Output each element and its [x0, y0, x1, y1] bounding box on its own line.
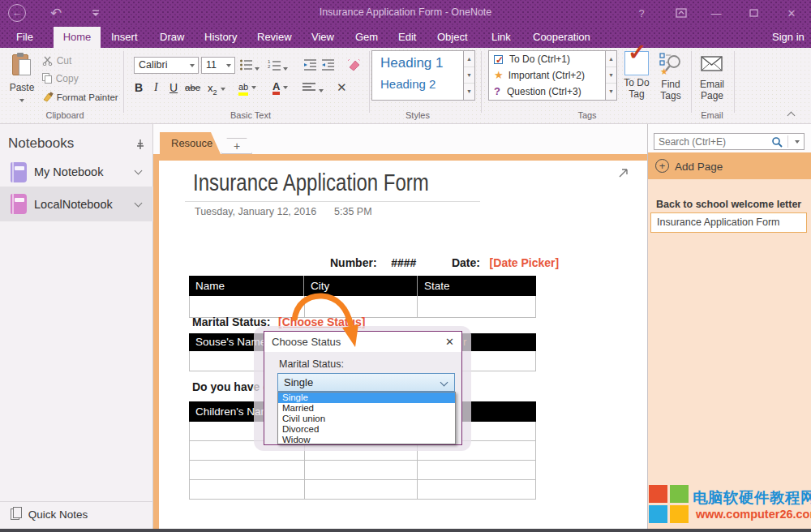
eraser-button[interactable] [347, 58, 362, 75]
email-page-button[interactable]: EmailPage [694, 49, 730, 101]
section-tab-resouce[interactable]: Resouce [160, 132, 221, 154]
menu-edit[interactable]: Edit [398, 26, 416, 48]
watermark-logo-green [670, 485, 689, 503]
expand-page-icon[interactable] [617, 167, 629, 179]
menu-file[interactable]: File [16, 26, 33, 48]
table-cell[interactable] [418, 461, 536, 480]
font-size-select[interactable]: 11 [201, 57, 235, 74]
style-heading1[interactable]: Heading 1 [372, 51, 463, 71]
table-cell[interactable] [305, 461, 418, 480]
add-page-button[interactable]: + Add Page [648, 152, 811, 179]
notebook-item-my-notebook[interactable]: My Notebook [0, 157, 153, 189]
decrease-indent-button[interactable] [303, 58, 317, 74]
highlight-button[interactable]: ab [238, 80, 256, 96]
style-heading2[interactable]: Heading 2 [372, 71, 463, 91]
close-button[interactable]: ✕ [783, 7, 800, 19]
search-icon[interactable] [771, 136, 783, 148]
menu-home[interactable]: Home [54, 27, 101, 48]
strikethrough-button[interactable]: abe [185, 83, 200, 92]
collapse-ribbon-button[interactable] [788, 109, 801, 120]
marital-status-combobox[interactable]: Single [277, 373, 455, 392]
tag-question[interactable]: ?Question (Ctrl+3) [489, 84, 605, 100]
chevron-down-icon[interactable] [135, 200, 143, 208]
clipboard-group-label: Clipboard [24, 110, 105, 120]
font-name-select[interactable]: Calibri [134, 57, 199, 74]
format-painter-icon [42, 92, 54, 102]
page-list-item-active[interactable]: Insurance Application Form [650, 212, 807, 233]
italic-button[interactable]: I [154, 81, 158, 94]
bold-button[interactable]: B [135, 81, 143, 94]
todo-tag-icon: ✓ [624, 51, 649, 75]
sign-in-button[interactable]: Sign in [772, 26, 805, 48]
copy-button[interactable]: Copy [42, 72, 79, 84]
page-title[interactable]: Insurance Application Form [193, 169, 429, 196]
question-icon: ? [494, 85, 500, 97]
menu-view[interactable]: View [311, 26, 334, 48]
tag-todo[interactable]: ✓To Do (Ctrl+1) [489, 51, 605, 67]
numbering-icon: 12 [268, 58, 281, 71]
maximize-button[interactable] [749, 9, 758, 17]
window-bottom-edge [0, 529, 811, 532]
menu-cooperation[interactable]: Cooperation [533, 26, 590, 48]
tag-important[interactable]: ★Important (Ctrl+2) [489, 67, 605, 84]
paragraph-align-button[interactable] [302, 82, 324, 96]
page-list-item[interactable]: Back to school welcome letter [656, 199, 801, 210]
find-tags-icon: ★ [659, 51, 683, 77]
quick-access-customize-button[interactable] [91, 10, 101, 17]
ribbon-display-options-button[interactable] [676, 8, 687, 18]
back-button[interactable]: ← [8, 4, 26, 22]
menu-draw[interactable]: Draw [160, 26, 184, 48]
paste-button[interactable]: Paste [6, 51, 37, 109]
table-cell[interactable] [418, 480, 536, 500]
dialog-close-button[interactable]: ✕ [445, 332, 454, 352]
watermark-logo-yellow [670, 505, 689, 523]
email-icon [701, 51, 723, 77]
title-rule [185, 201, 480, 202]
search-input[interactable] [659, 135, 764, 148]
number-row: Number: #### Date: [Date Picker] [330, 256, 559, 269]
menu-insert[interactable]: Insert [111, 26, 138, 48]
search-scope-dropdown[interactable] [795, 140, 800, 144]
increase-indent-button[interactable] [321, 58, 335, 74]
chevron-down-icon[interactable] [135, 167, 143, 175]
dropdown-option[interactable]: Single [278, 393, 455, 403]
menu-gem[interactable]: Gem [355, 26, 378, 48]
cut-button[interactable]: Cut [42, 54, 71, 66]
subscript-button[interactable]: x2 [208, 82, 225, 97]
undo-button[interactable]: ↶ [50, 5, 62, 22]
dropdown-option[interactable]: Civil union [278, 414, 455, 424]
underline-button[interactable]: U [169, 81, 178, 94]
clear-formatting-button[interactable]: ✕ [337, 80, 347, 95]
dropdown-option[interactable]: Divorced [278, 424, 455, 435]
marital-status-dropdown: Single Married Civil union Divorced Wido… [277, 392, 456, 444]
notebook-item-localnotebook[interactable]: LocalNotebook [0, 187, 153, 221]
numbering-button[interactable]: 12 [268, 58, 288, 74]
table-cell[interactable] [190, 480, 305, 500]
font-color-button[interactable]: A [272, 80, 288, 95]
menubar: File Home Insert Draw History Review Vie… [0, 26, 811, 48]
format-painter-button[interactable]: Format Painter [42, 91, 118, 103]
find-tags-button[interactable]: ★ FindTags [654, 49, 688, 101]
search-box[interactable] [654, 133, 805, 150]
dropdown-option[interactable]: Married [278, 403, 455, 414]
pin-icon[interactable] [135, 139, 145, 150]
notebook-icon [11, 162, 27, 182]
table-cell[interactable] [190, 461, 305, 480]
menu-link[interactable]: Link [491, 26, 511, 48]
tags-scroll[interactable]: ▲▼▼ [606, 50, 617, 101]
increase-indent-icon [321, 58, 335, 71]
table-cell[interactable] [418, 296, 536, 318]
minimize-button[interactable]: — [708, 7, 724, 19]
menu-object[interactable]: Object [437, 26, 468, 48]
help-icon[interactable]: ? [633, 7, 650, 19]
menu-review[interactable]: Review [257, 26, 292, 48]
styles-scroll[interactable]: ▲▼▼ [464, 50, 475, 101]
menu-history[interactable]: History [204, 26, 237, 48]
tags-group-label: Tags [547, 110, 628, 120]
table-cell[interactable] [305, 480, 418, 500]
quick-notes-button[interactable]: Quick Notes [11, 507, 153, 528]
date-picker-link[interactable]: [Date Picker] [490, 256, 560, 269]
todo-tag-button[interactable]: ✓ To DoTag [620, 49, 654, 100]
bullets-button[interactable] [239, 58, 260, 74]
dropdown-option[interactable]: Widow [278, 435, 455, 445]
